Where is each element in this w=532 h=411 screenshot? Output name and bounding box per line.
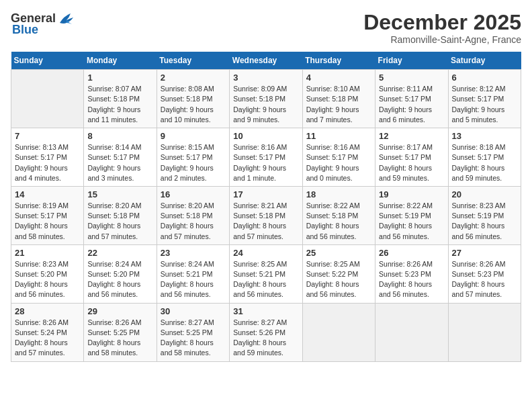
day-number: 18 xyxy=(306,189,371,199)
day-number: 27 xyxy=(452,248,517,258)
day-number: 9 xyxy=(161,131,226,141)
day-info: Sunrise: 8:27 AM Sunset: 5:25 PM Dayligh… xyxy=(161,318,226,359)
header-row: SundayMondayTuesdayWednesdayThursdayFrid… xyxy=(11,52,521,70)
day-info: Sunrise: 8:14 AM Sunset: 5:17 PM Dayligh… xyxy=(87,142,152,183)
header: General Blue December 2025 Ramonville-Sa… xyxy=(11,11,521,45)
day-number: 29 xyxy=(87,306,152,316)
calendar-cell: 27Sunrise: 8:26 AM Sunset: 5:23 PM Dayli… xyxy=(448,244,521,303)
calendar-cell: 16Sunrise: 8:20 AM Sunset: 5:18 PM Dayli… xyxy=(157,186,229,244)
day-number: 17 xyxy=(233,189,298,199)
calendar-cell: 1Sunrise: 8:07 AM Sunset: 5:18 PM Daylig… xyxy=(84,70,157,128)
calendar-cell xyxy=(375,303,448,361)
day-number: 24 xyxy=(233,248,298,258)
calendar-cell: 31Sunrise: 8:27 AM Sunset: 5:26 PM Dayli… xyxy=(230,303,302,361)
day-number: 4 xyxy=(306,73,371,83)
day-info: Sunrise: 8:26 AM Sunset: 5:25 PM Dayligh… xyxy=(87,318,152,359)
calendar-cell: 3Sunrise: 8:09 AM Sunset: 5:18 PM Daylig… xyxy=(230,70,302,128)
calendar-cell: 17Sunrise: 8:21 AM Sunset: 5:18 PM Dayli… xyxy=(230,186,302,244)
day-info: Sunrise: 8:19 AM Sunset: 5:17 PM Dayligh… xyxy=(15,201,80,242)
header-cell-saturday: Saturday xyxy=(448,52,521,70)
calendar-cell: 15Sunrise: 8:20 AM Sunset: 5:18 PM Dayli… xyxy=(84,186,157,244)
header-cell-friday: Friday xyxy=(375,52,448,70)
day-number: 26 xyxy=(379,248,444,258)
day-info: Sunrise: 8:15 AM Sunset: 5:17 PM Dayligh… xyxy=(161,142,226,183)
header-cell-sunday: Sunday xyxy=(11,52,84,70)
day-info: Sunrise: 8:20 AM Sunset: 5:18 PM Dayligh… xyxy=(161,201,226,242)
day-info: Sunrise: 8:08 AM Sunset: 5:18 PM Dayligh… xyxy=(161,84,226,125)
calendar-header: SundayMondayTuesdayWednesdayThursdayFrid… xyxy=(11,52,521,70)
calendar-cell: 24Sunrise: 8:25 AM Sunset: 5:21 PM Dayli… xyxy=(230,244,302,303)
calendar-week-4: 21Sunrise: 8:23 AM Sunset: 5:20 PM Dayli… xyxy=(11,244,521,303)
day-info: Sunrise: 8:16 AM Sunset: 5:17 PM Dayligh… xyxy=(233,142,298,183)
calendar-body: 1Sunrise: 8:07 AM Sunset: 5:18 PM Daylig… xyxy=(11,70,521,361)
calendar-cell: 23Sunrise: 8:24 AM Sunset: 5:21 PM Dayli… xyxy=(157,244,229,303)
day-number: 1 xyxy=(87,73,152,83)
calendar-cell: 11Sunrise: 8:16 AM Sunset: 5:17 PM Dayli… xyxy=(302,128,375,187)
month-title: December 2025 xyxy=(363,11,521,34)
day-info: Sunrise: 8:20 AM Sunset: 5:18 PM Dayligh… xyxy=(87,201,152,242)
day-number: 16 xyxy=(161,189,226,199)
day-info: Sunrise: 8:13 AM Sunset: 5:17 PM Dayligh… xyxy=(15,142,80,183)
calendar-cell: 14Sunrise: 8:19 AM Sunset: 5:17 PM Dayli… xyxy=(11,186,84,244)
calendar-cell: 10Sunrise: 8:16 AM Sunset: 5:17 PM Dayli… xyxy=(230,128,302,187)
day-info: Sunrise: 8:22 AM Sunset: 5:18 PM Dayligh… xyxy=(306,201,371,242)
day-info: Sunrise: 8:12 AM Sunset: 5:17 PM Dayligh… xyxy=(452,84,517,125)
calendar-table: SundayMondayTuesdayWednesdayThursdayFrid… xyxy=(11,52,521,361)
day-number: 21 xyxy=(15,248,80,258)
day-number: 28 xyxy=(15,306,80,316)
day-number: 15 xyxy=(87,189,152,199)
calendar-cell: 2Sunrise: 8:08 AM Sunset: 5:18 PM Daylig… xyxy=(157,70,229,128)
calendar-cell: 5Sunrise: 8:11 AM Sunset: 5:17 PM Daylig… xyxy=(375,70,448,128)
calendar-week-2: 7Sunrise: 8:13 AM Sunset: 5:17 PM Daylig… xyxy=(11,128,521,187)
day-info: Sunrise: 8:18 AM Sunset: 5:17 PM Dayligh… xyxy=(452,142,517,183)
day-info: Sunrise: 8:26 AM Sunset: 5:23 PM Dayligh… xyxy=(379,259,444,300)
day-info: Sunrise: 8:24 AM Sunset: 5:21 PM Dayligh… xyxy=(161,259,226,300)
header-cell-monday: Monday xyxy=(84,52,157,70)
day-number: 22 xyxy=(87,248,152,258)
calendar-cell: 13Sunrise: 8:18 AM Sunset: 5:17 PM Dayli… xyxy=(448,128,521,187)
day-info: Sunrise: 8:26 AM Sunset: 5:24 PM Dayligh… xyxy=(15,318,80,359)
day-info: Sunrise: 8:11 AM Sunset: 5:17 PM Dayligh… xyxy=(379,84,444,125)
subtitle: Ramonville-Saint-Agne, France xyxy=(363,34,521,45)
day-number: 30 xyxy=(161,306,226,316)
header-cell-thursday: Thursday xyxy=(302,52,375,70)
calendar-cell xyxy=(11,70,84,128)
day-info: Sunrise: 8:26 AM Sunset: 5:23 PM Dayligh… xyxy=(452,259,517,300)
day-info: Sunrise: 8:24 AM Sunset: 5:20 PM Dayligh… xyxy=(87,259,152,300)
calendar-cell xyxy=(448,303,521,361)
calendar-cell: 8Sunrise: 8:14 AM Sunset: 5:17 PM Daylig… xyxy=(84,128,157,187)
logo: General Blue xyxy=(11,11,76,37)
day-info: Sunrise: 8:07 AM Sunset: 5:18 PM Dayligh… xyxy=(87,84,152,125)
day-info: Sunrise: 8:25 AM Sunset: 5:22 PM Dayligh… xyxy=(306,259,371,300)
day-number: 31 xyxy=(233,306,298,316)
day-number: 6 xyxy=(452,73,517,83)
calendar-cell: 7Sunrise: 8:13 AM Sunset: 5:17 PM Daylig… xyxy=(11,128,84,187)
calendar-cell xyxy=(302,303,375,361)
day-number: 19 xyxy=(379,189,444,199)
calendar-cell: 20Sunrise: 8:23 AM Sunset: 5:19 PM Dayli… xyxy=(448,186,521,244)
day-number: 7 xyxy=(15,131,80,141)
calendar-cell: 4Sunrise: 8:10 AM Sunset: 5:18 PM Daylig… xyxy=(302,70,375,128)
day-number: 20 xyxy=(452,189,517,199)
day-number: 3 xyxy=(233,73,298,83)
calendar-week-5: 28Sunrise: 8:26 AM Sunset: 5:24 PM Dayli… xyxy=(11,303,521,361)
day-info: Sunrise: 8:21 AM Sunset: 5:18 PM Dayligh… xyxy=(233,201,298,242)
calendar-cell: 12Sunrise: 8:17 AM Sunset: 5:17 PM Dayli… xyxy=(375,128,448,187)
calendar-cell: 21Sunrise: 8:23 AM Sunset: 5:20 PM Dayli… xyxy=(11,244,84,303)
day-number: 5 xyxy=(379,73,444,83)
calendar-cell: 30Sunrise: 8:27 AM Sunset: 5:25 PM Dayli… xyxy=(157,303,229,361)
day-info: Sunrise: 8:27 AM Sunset: 5:26 PM Dayligh… xyxy=(233,318,298,359)
day-number: 10 xyxy=(233,131,298,141)
calendar-cell: 29Sunrise: 8:26 AM Sunset: 5:25 PM Dayli… xyxy=(84,303,157,361)
calendar-cell: 25Sunrise: 8:25 AM Sunset: 5:22 PM Dayli… xyxy=(302,244,375,303)
day-info: Sunrise: 8:10 AM Sunset: 5:18 PM Dayligh… xyxy=(306,84,371,125)
day-number: 14 xyxy=(15,189,80,199)
header-cell-tuesday: Tuesday xyxy=(157,52,229,70)
day-info: Sunrise: 8:25 AM Sunset: 5:21 PM Dayligh… xyxy=(233,259,298,300)
day-number: 23 xyxy=(161,248,226,258)
day-number: 11 xyxy=(306,131,371,141)
day-number: 25 xyxy=(306,248,371,258)
calendar-week-1: 1Sunrise: 8:07 AM Sunset: 5:18 PM Daylig… xyxy=(11,70,521,128)
calendar-cell: 19Sunrise: 8:22 AM Sunset: 5:19 PM Dayli… xyxy=(375,186,448,244)
day-number: 8 xyxy=(87,131,152,141)
